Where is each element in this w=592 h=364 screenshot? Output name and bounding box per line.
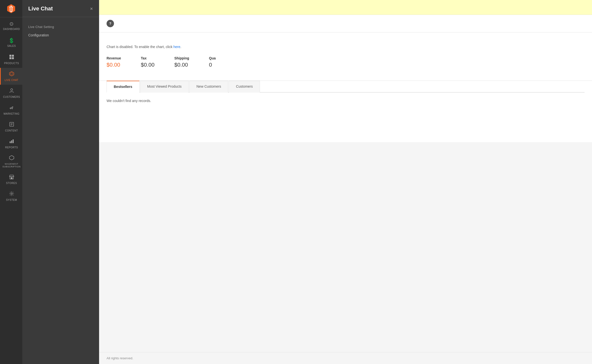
metric-tax: Tax $0.00 (141, 56, 154, 68)
svg-marker-6 (9, 72, 14, 76)
panel-nav: Live Chat Setting Configuration (22, 17, 99, 45)
tab-most-viewed-label: Most Viewed Products (147, 84, 182, 88)
sidebar-item-system-label: SYSTEM (6, 199, 17, 202)
sidebar-item-system[interactable]: SYSTEM (0, 188, 22, 205)
metric-quantity-label: Qua (209, 56, 216, 60)
nav-rail: ⊙ DASHBOARD 💲 SALES PRODUCTS LIVE CHAT (0, 0, 22, 364)
chart-enable-link[interactable]: here (173, 45, 180, 49)
no-records-message: We couldn't find any records. (107, 99, 151, 103)
help-section: ? (99, 15, 592, 32)
chart-section: Chart is disabled. To enable the chart, … (99, 32, 592, 81)
sidebar-item-marketing-label: MARKETING (4, 112, 20, 115)
tab-customers[interactable]: Customers (229, 81, 260, 93)
chart-disabled-message: Chart is disabled. To enable the chart, … (107, 37, 585, 51)
chart-disabled-suffix: . (180, 45, 181, 49)
sidebar-item-customers-label: CUSTOMERS (3, 96, 20, 99)
sidebar-item-content-label: CONTENT (5, 129, 18, 132)
panel-close-button[interactable]: × (90, 6, 93, 11)
metric-revenue-label: Revenue (107, 56, 121, 60)
livechat-icon (9, 71, 14, 78)
sidebar-item-stores-label: STORES (6, 182, 17, 185)
stores-icon (9, 174, 14, 181)
sidebar-item-customers[interactable]: CUSTOMERS (0, 85, 22, 102)
metric-quantity: Qua 0 (209, 56, 216, 68)
metric-revenue-value: $0.00 (107, 62, 121, 68)
metric-shipping-value: $0.00 (174, 62, 189, 68)
customers-icon (9, 88, 14, 95)
sidebar-item-magenest-label: MAGENEST SUBSCRIPTION (2, 163, 21, 168)
sidebar-item-products-label: PRODUCTS (4, 62, 19, 65)
svg-marker-7 (10, 73, 13, 75)
sidebar-item-dashboard-label: DASHBOARD (3, 28, 20, 31)
app-logo[interactable] (0, 0, 22, 17)
magenest-icon (9, 155, 14, 162)
svg-rect-13 (10, 141, 11, 143)
sidebar-item-dashboard[interactable]: ⊙ DASHBOARD (0, 17, 22, 34)
tab-most-viewed[interactable]: Most Viewed Products (140, 81, 189, 93)
sidebar-item-reports-label: REPORTS (5, 146, 18, 149)
tab-new-customers-label: New Customers (197, 84, 221, 88)
tab-bestsellers-label: Bestsellers (114, 85, 132, 89)
sidebar-item-stores[interactable]: STORES (0, 171, 22, 188)
sidebar-item-magenest[interactable]: MAGENEST SUBSCRIPTION (0, 152, 22, 171)
system-icon (9, 191, 14, 198)
sidebar-item-products[interactable]: PRODUCTS (0, 51, 22, 68)
metric-shipping-label: Shipping (174, 56, 189, 60)
sidebar-item-reports[interactable]: REPORTS (0, 135, 22, 152)
svg-marker-16 (9, 156, 14, 160)
svg-rect-18 (11, 177, 12, 179)
products-icon (9, 54, 14, 61)
marketing-icon (9, 105, 14, 111)
tab-new-customers[interactable]: New Customers (189, 81, 228, 93)
svg-rect-2 (9, 55, 11, 57)
sidebar-item-sales[interactable]: 💲 SALES (0, 34, 22, 51)
panel-nav-configuration[interactable]: Configuration (22, 31, 99, 40)
metric-revenue: Revenue $0.00 (107, 56, 121, 68)
svg-rect-15 (13, 139, 14, 143)
tabs-section: Bestsellers Most Viewed Products New Cus… (99, 81, 592, 93)
top-banner (99, 0, 592, 15)
svg-rect-5 (12, 57, 14, 59)
tabs-bar: Bestsellers Most Viewed Products New Cus… (107, 81, 585, 93)
content-icon (9, 122, 14, 128)
svg-point-8 (11, 89, 13, 91)
sales-icon: 💲 (8, 38, 15, 44)
sidebar-item-marketing[interactable]: MARKETING (0, 102, 22, 118)
svg-point-19 (11, 193, 12, 194)
svg-rect-4 (9, 57, 11, 59)
panel-title: Live Chat (28, 5, 53, 12)
metric-quantity-value: 0 (209, 62, 216, 68)
footer-text: All rights reserved. (107, 356, 133, 360)
tab-content-area: We couldn't find any records. (99, 93, 592, 142)
svg-rect-14 (11, 140, 12, 143)
tab-customers-label: Customers (236, 84, 253, 88)
content-body: ? Chart is disabled. To enable the chart… (99, 15, 592, 352)
sidebar-item-livechat-label: LIVE CHAT (5, 79, 18, 82)
metric-tax-value: $0.00 (141, 62, 154, 68)
tab-bestsellers[interactable]: Bestsellers (107, 81, 140, 93)
sidebar-item-content[interactable]: CONTENT (0, 118, 22, 135)
left-panel: Live Chat × Live Chat Setting Configurat… (22, 0, 99, 364)
sidebar-item-livechat[interactable]: LIVE CHAT (0, 68, 22, 85)
sidebar-item-sales-label: SALES (7, 45, 16, 48)
metric-tax-label: Tax (141, 56, 154, 60)
help-icon[interactable]: ? (107, 20, 114, 27)
dashboard-icon: ⊙ (9, 21, 14, 27)
panel-header: Live Chat × (22, 0, 99, 17)
panel-section-title: Live Chat Setting (22, 22, 99, 31)
metrics-row: Revenue $0.00 Tax $0.00 Shipping $0.00 Q… (107, 51, 585, 76)
chart-disabled-text: Chart is disabled. To enable the chart, … (107, 45, 173, 49)
content-footer: All rights reserved. (99, 352, 592, 364)
svg-rect-3 (12, 55, 14, 57)
main-area: ? Chart is disabled. To enable the chart… (99, 0, 592, 364)
reports-icon (9, 138, 14, 145)
metric-shipping: Shipping $0.00 (174, 56, 189, 68)
